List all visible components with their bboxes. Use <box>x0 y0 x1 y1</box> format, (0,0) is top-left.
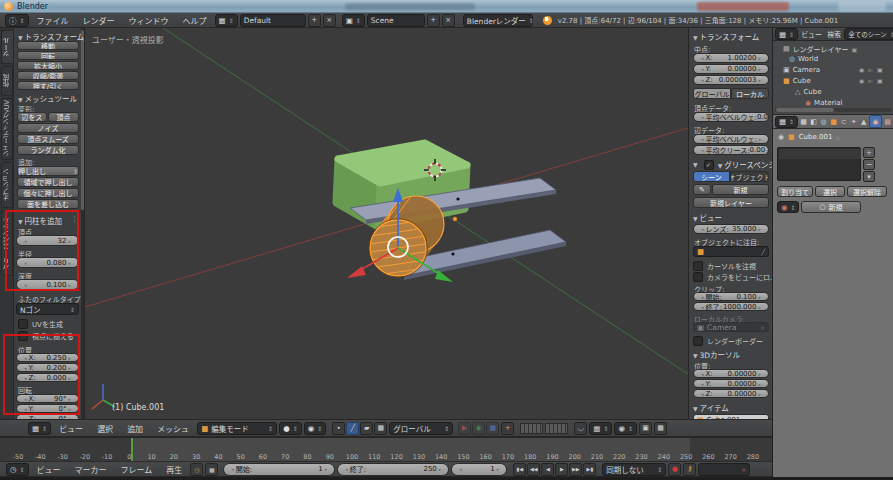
timeline-menu-frame[interactable]: フレーム <box>115 464 159 475</box>
mean-crease-field[interactable]: 平均クリース:0.00 <box>693 145 769 155</box>
properties-editor-icon[interactable]: ▦⇕ <box>775 116 798 128</box>
tab-render-icon[interactable]: ▦ <box>799 117 808 127</box>
keying-set-field[interactable]: × <box>698 463 750 476</box>
button-extrude-region[interactable]: 領域で押し出し <box>17 177 79 187</box>
button-inset-faces[interactable]: 面を差し込む <box>17 199 79 209</box>
button-edge-slide[interactable]: 辺をス <box>17 112 47 122</box>
render-border-checkbox[interactable]: レンダーボーダー <box>693 336 763 346</box>
button-scale[interactable]: 拡大縮小 <box>17 61 79 70</box>
tab-shading-uv[interactable]: シェーディング/UV <box>1 98 13 160</box>
keying-set-icon-button[interactable]: ⚷ <box>683 463 696 476</box>
manipulator-translate-button[interactable]: ▶ <box>458 422 471 435</box>
median-z-field[interactable]: Z:0.0000003 <box>693 75 769 85</box>
button-randomize[interactable]: ランダム化 <box>17 145 79 155</box>
npanel-item-header[interactable]: アイテム <box>693 402 729 413</box>
tab-world-icon[interactable]: ◍ <box>819 117 828 127</box>
snap-element-dropdown[interactable]: ▦⇕ <box>589 422 612 435</box>
timeline-menu-playback[interactable]: 再生 <box>160 464 188 475</box>
menu-render[interactable]: レンダー <box>77 15 121 26</box>
viewport-menu-select[interactable]: 選択 <box>91 423 119 434</box>
button-extrude[interactable]: 押し出し⇕ <box>17 166 79 176</box>
jump-to-end-button[interactable]: ▶▮ <box>583 463 596 476</box>
menu-help[interactable]: ヘルプ <box>177 15 213 26</box>
lens-field[interactable]: レンズ:35.000 <box>693 224 769 234</box>
scene-field[interactable]: Scene <box>367 14 425 27</box>
local-camera-field[interactable]: ▣Camera× <box>693 322 769 332</box>
manipulator-axis-button[interactable]: + <box>501 422 514 435</box>
camera-restriction-icons[interactable]: ◉▻▣ <box>859 66 883 73</box>
mode-dropdown[interactable]: ■編集モード⇕ <box>197 422 277 435</box>
new-layer-button[interactable]: 新規レイヤー <box>693 197 769 208</box>
button-rotate[interactable]: 回転 <box>17 51 79 60</box>
outliner-row-camera[interactable]: ▣Camera <box>783 66 820 74</box>
button-push-pull[interactable]: 押す/引く <box>17 81 79 90</box>
shading-dropdown[interactable]: ●⇕ <box>279 422 302 435</box>
scene-icon-dropdown[interactable]: ▣⇕ <box>342 14 365 27</box>
menu-window[interactable]: ウィンドウ <box>123 15 175 26</box>
timeline-editor-icon[interactable]: ◷⇕ <box>6 463 29 476</box>
npanel-view-header[interactable]: ビュー <box>693 212 722 223</box>
outliner-row-renderlayers[interactable]: ▤レンダーレイヤー▣ <box>783 44 857 54</box>
npanel-3dcursor-header[interactable]: 3Dカーソル <box>693 349 740 360</box>
outliner-row-cube-mesh[interactable]: △Cube <box>795 88 821 96</box>
viewport-3d[interactable]: ユーザー・透視投影 (1) Cube.001 <box>85 28 688 419</box>
slot-specials-button[interactable]: ▾ <box>863 171 875 182</box>
outliner-editor-icon[interactable]: ▦⇕ <box>775 28 798 40</box>
close-scene-button[interactable]: × <box>442 14 455 27</box>
outliner-menu-search[interactable]: 検索 <box>825 29 843 39</box>
outliner-row-world[interactable]: ◍World <box>789 55 818 63</box>
pivot-dropdown[interactable]: ◉⇕ <box>304 422 327 435</box>
tab-scene-icon[interactable]: ◧ <box>809 117 818 127</box>
median-y-field[interactable]: Y:0.00000 <box>693 64 769 74</box>
cursor-x-field[interactable]: X:0.00000 <box>693 369 769 378</box>
manipulator-rotate-button[interactable]: ◉ <box>472 422 485 435</box>
lock-object-field[interactable]: ■╱ <box>693 246 769 257</box>
outliner-row-cube[interactable]: ■Cube <box>783 77 811 85</box>
local-toggle[interactable]: ローカル <box>731 88 769 99</box>
occlude-toggle-button[interactable]: ▦ <box>374 422 387 435</box>
cursor-y-field[interactable]: Y:0.00000 <box>693 379 769 388</box>
opengl-render-button[interactable]: ▣ <box>639 422 652 435</box>
npanel-transform-header[interactable]: トランスフォーム <box>693 31 759 42</box>
orientation-dropdown[interactable]: グローバル⇕ <box>389 422 453 435</box>
deselect-button[interactable]: 選択解除 <box>847 186 887 197</box>
add-slot-button[interactable]: + <box>863 147 875 158</box>
remove-slot-button[interactable]: − <box>863 159 875 170</box>
tab-data-icon[interactable]: ▲ <box>859 117 868 127</box>
cap-fill-dropdown[interactable]: Nゴン⇕ <box>16 303 79 315</box>
mean-bevel-weight-field[interactable]: 平均ベベルウェ:0.00 <box>693 112 769 122</box>
render-engine-dropdown[interactable]: Blenderレンダー⇕ <box>463 14 533 27</box>
screen-layout-icon-dropdown[interactable]: ▦⇕ <box>215 14 238 27</box>
viewport-editor-icon[interactable]: ▦⇕ <box>28 422 51 435</box>
gpencil-scene-toggle[interactable]: シーン <box>693 171 730 182</box>
viewport-menu-mesh[interactable]: メッシュ <box>151 423 195 434</box>
outliner-display-dropdown[interactable]: 全てのシーン⇕ <box>844 28 893 40</box>
button-vertex-slide[interactable]: 頂点 <box>48 112 79 122</box>
cursor-z-field[interactable]: Z:0.00000 <box>693 389 769 398</box>
timeline-ruler[interactable]: -50-40-30-20-100102030405060708090100110… <box>0 437 772 461</box>
clip-start-field[interactable]: 開始:0.100 <box>693 292 769 301</box>
preview-range-toggle[interactable]: ◷ <box>190 463 203 476</box>
generate-uv-checkbox[interactable]: UVを生成 <box>18 319 63 329</box>
viewport-menu-view[interactable]: ビュー <box>53 423 89 434</box>
record-button[interactable]: ● <box>668 463 681 476</box>
global-toggle[interactable]: グローバル <box>693 88 731 99</box>
gpencil-draw-button[interactable]: ✎ <box>693 184 711 195</box>
next-keyframe-button[interactable]: ▶▶ <box>569 463 582 476</box>
editor-type-info-dropdown[interactable]: ⓘ⇕ <box>5 14 29 27</box>
layers-widget-2[interactable] <box>545 423 568 434</box>
vertex-select-button[interactable]: ∙ <box>332 422 345 435</box>
median-x-field[interactable]: X:1.00200 <box>693 53 769 63</box>
snap-magnet-button[interactable]: ◡ <box>574 422 587 435</box>
play-button[interactable]: ▶ <box>555 463 568 476</box>
gpencil-object-toggle[interactable]: オブジェクト <box>730 171 769 182</box>
proportional-edit-dropdown[interactable]: ◉⇕ <box>614 422 637 435</box>
current-frame-field[interactable]: 1 <box>451 463 507 476</box>
play-reverse-button[interactable]: ◀ <box>541 463 554 476</box>
panel-meshtools-header[interactable]: メッシュツール <box>18 93 77 104</box>
face-select-button[interactable]: ▰ <box>360 422 373 435</box>
add-layout-button[interactable]: + <box>308 14 321 27</box>
add-scene-button[interactable]: + <box>427 14 440 27</box>
manipulator-scale-button[interactable]: ■ <box>486 422 499 435</box>
tab-material-icon-active[interactable]: ◉ <box>869 115 882 128</box>
